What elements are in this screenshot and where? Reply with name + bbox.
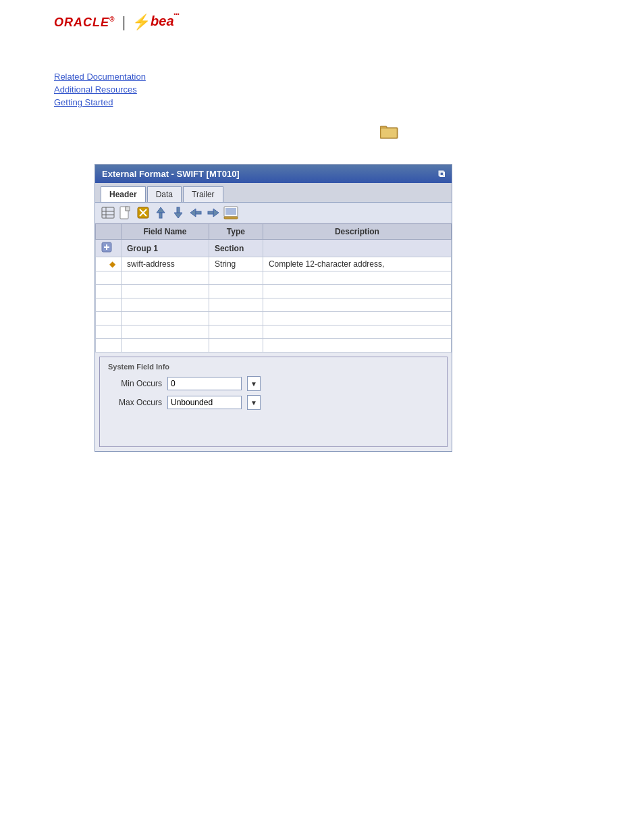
window-restore-icon[interactable]: ⧉ [438,168,445,180]
group-icon-cell [96,240,122,257]
tab-trailer[interactable]: Trailer [183,186,223,202]
col-description: Description [263,224,451,240]
logo-area: ORACLE® | ⚡ bea ••• [0,0,644,38]
bea-dots: ••• [173,11,179,17]
min-occurs-row: Min Occurs ▼ [108,376,439,391]
window-titlebar: External Format - SWIFT [MT010] ⧉ [95,165,452,183]
tab-header[interactable]: Header [101,186,146,202]
svg-marker-12 [157,207,165,213]
min-occurs-dropdown[interactable]: ▼ [247,376,261,391]
tabs-bar: Header Data Trailer [95,183,452,203]
svg-rect-3 [102,207,114,218]
field-table: Field Name Type Description [95,224,452,353]
table-empty-row-3 [96,298,452,312]
col-field-name: Field Name [122,224,209,240]
max-occurs-label: Max Occurs [108,398,162,407]
max-occurs-dropdown-arrow: ▼ [250,399,257,407]
svg-rect-13 [159,213,162,218]
nav-link-additional-resources[interactable]: Additional Resources [54,84,644,95]
main-panel-container: External Format - SWIFT [MT010] ⧉ Header… [95,164,452,452]
move-down-icon[interactable] [171,206,186,219]
table-row-group1[interactable]: Group 1 Section [96,240,452,257]
folder-icon-area [0,117,644,157]
svg-rect-22 [224,217,238,219]
svg-rect-15 [177,207,180,213]
window-title: External Format - SWIFT [MT010] [102,169,240,179]
field-diamond-icon: ◆ [109,259,115,269]
nav-link-getting-started[interactable]: Getting Started [54,97,644,107]
group1-type: Section [209,240,263,257]
table-empty-row-5 [96,325,452,339]
system-field-info: System Field Info Min Occurs ▼ Max Occur… [99,357,448,447]
oracle-registered: ® [109,16,115,23]
move-left-icon[interactable] [188,206,203,219]
max-occurs-dropdown[interactable]: ▼ [247,395,261,410]
folder-icon [380,124,399,144]
table-empty-row-4 [96,312,452,325]
new-file-icon[interactable] [118,206,133,219]
system-field-info-legend: System Field Info [108,363,439,371]
svg-rect-19 [208,211,213,214]
svg-rect-8 [126,207,130,211]
export-icon[interactable] [223,206,238,219]
svg-marker-16 [190,209,196,217]
min-occurs-input[interactable] [167,377,242,390]
max-occurs-input[interactable] [167,396,242,409]
min-occurs-label: Min Occurs [108,379,162,388]
svg-marker-18 [213,209,219,217]
nav-link-related-docs[interactable]: Related Documentation [54,72,644,82]
group1-description [263,240,451,257]
logo-divider: | [122,14,126,31]
system-field-info-padding [108,414,439,441]
svg-rect-17 [196,211,201,214]
field-icon-cell: ◆ [96,257,122,271]
svg-rect-21 [225,208,236,215]
table-empty-row-2 [96,285,452,298]
svg-rect-2 [381,128,397,138]
field1-name: swift-address [122,257,209,271]
bea-logo-text: bea ••• [151,14,173,29]
nav-links: Related Documentation Additional Resourc… [0,38,644,117]
min-occurs-dropdown-arrow: ▼ [250,380,257,388]
delete-icon[interactable] [136,206,151,219]
toolbar [95,203,452,224]
bea-logo: ⚡ bea ••• [132,14,173,31]
svg-marker-14 [174,213,182,218]
tab-data[interactable]: Data [147,186,182,202]
field-table-container: Field Name Type Description [95,224,452,353]
field1-description: Complete 12-character address, [263,257,451,271]
add-grid-icon[interactable] [101,206,115,219]
group1-name: Group 1 [122,240,209,257]
move-right-icon[interactable] [206,206,221,219]
field1-type: String [209,257,263,271]
table-header-row: Field Name Type Description [96,224,452,240]
col-icon [96,224,122,240]
move-up-icon[interactable] [153,206,168,219]
external-format-window: External Format - SWIFT [MT010] ⧉ Header… [95,164,452,452]
max-occurs-row: Max Occurs ▼ [108,395,439,410]
bea-lightning-icon: ⚡ [132,14,151,31]
col-type: Type [209,224,263,240]
table-empty-row-6 [96,339,452,353]
table-row-field1[interactable]: ◆ swift-address String Complete 12-chara… [96,257,452,271]
table-empty-row-1 [96,271,452,285]
oracle-logo-text: ORACLE® [54,16,115,30]
